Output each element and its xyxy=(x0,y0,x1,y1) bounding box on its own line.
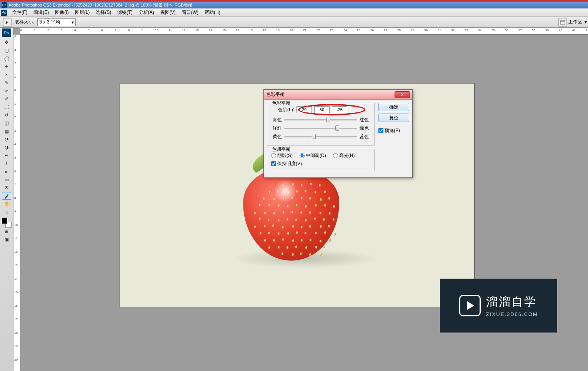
level-input-1[interactable] xyxy=(296,106,312,113)
notes-tool[interactable]: ✉ xyxy=(2,184,11,192)
level-input-2[interactable] xyxy=(314,106,330,113)
hand-tool[interactable]: ✋ xyxy=(2,200,11,208)
yellow-blue-slider[interactable] xyxy=(284,133,357,140)
horizontal-ruler: 0123456789101112131415161718192021222324… xyxy=(20,28,588,35)
menu-filter[interactable]: 滤镜(T) xyxy=(114,8,135,17)
toolbox-header-icon: Ps xyxy=(2,28,11,37)
yellow-label: 黄色 xyxy=(271,134,282,140)
tone-balance-group: 色调平衡 阴影(S) 中间调(D) 高光(H) 保持明度(V) xyxy=(267,149,375,171)
menu-file[interactable]: 文件(F) xyxy=(9,8,30,17)
crop-tool[interactable]: ✂ xyxy=(2,71,11,79)
workspace-dropdown[interactable]: 工作区 ▼ xyxy=(568,19,588,25)
current-tool-icon[interactable] xyxy=(3,18,12,27)
red-label: 红色 xyxy=(360,117,370,123)
sample-size-select[interactable]: 3 x 3 平均 ▾ xyxy=(37,18,76,26)
sample-size-label: 取样大小: xyxy=(15,19,34,25)
group-legend-2: 色调平衡 xyxy=(270,146,292,153)
eyedropper-tool[interactable]: ✎ xyxy=(2,79,11,87)
wand-tool[interactable]: ✦ xyxy=(2,63,11,70)
shape-tool[interactable]: ▭ xyxy=(2,176,11,184)
eyedropper-sample-tool[interactable] xyxy=(2,192,11,200)
stamp-tool[interactable]: ⛶ xyxy=(2,103,11,111)
zoom-tool[interactable]: ⌕ xyxy=(2,208,11,216)
window-title: Adobe Photoshop CS3 Extended - [5252423_… xyxy=(8,2,192,8)
options-bar: 取样大小: 3 x 3 平均 ▾ 工作区 ▼ xyxy=(0,17,588,28)
dialog-title: 色彩平衡 xyxy=(266,91,285,98)
dodge-tool[interactable]: ◑ xyxy=(2,144,11,151)
gradient-tool[interactable]: ▦ xyxy=(2,127,11,135)
menu-help[interactable]: 帮助(H) xyxy=(202,8,223,17)
menu-select[interactable]: 选择(S) xyxy=(93,8,114,17)
menu-analysis[interactable]: 分析(A) xyxy=(136,8,157,17)
svg-rect-1 xyxy=(560,20,565,22)
close-button[interactable]: × xyxy=(395,91,410,98)
toolbox: Ps ✥ ▢ ◯ ✦ ✂ ✎ ✑ ✐ ⛶ ↺ ◫ ▦ ◔ ◑ ✒ T ▸ ▭ ✉… xyxy=(0,28,13,371)
preserve-luminosity-checkbox[interactable]: 保持明度(V) xyxy=(271,160,302,167)
menu-view[interactable]: 视图(V) xyxy=(157,8,179,17)
dialog-titlebar[interactable]: 色彩平衡 × xyxy=(264,90,412,100)
magenta-label: 洋红 xyxy=(271,125,282,132)
menu-window[interactable]: 窗口(W) xyxy=(179,8,202,17)
sample-size-value: 3 x 3 平均 xyxy=(39,19,60,25)
menu-bar: Ps 文件(F) 编辑(E) 图像(I) 图层(L) 选择(S) 滤镜(T) 分… xyxy=(0,8,588,17)
menu-layer[interactable]: 图层(L) xyxy=(72,8,93,17)
watermark-subtitle: ZIXUE.3D66.COM xyxy=(486,311,538,317)
app-icon: Ps xyxy=(2,2,7,8)
history-brush-tool[interactable]: ↺ xyxy=(2,111,11,119)
healing-tool[interactable]: ✑ xyxy=(2,87,11,95)
svg-rect-0 xyxy=(560,21,565,24)
marquee-tool[interactable]: ▢ xyxy=(2,47,11,54)
watermark-title: 溜溜自学 xyxy=(486,294,538,310)
shadows-radio[interactable]: 阴影(S) xyxy=(271,152,293,159)
title-bar: Ps Adobe Photoshop CS3 Extended - [52524… xyxy=(0,2,588,8)
reset-button[interactable]: 复位 xyxy=(378,114,409,122)
brush-tool[interactable]: ✐ xyxy=(2,95,11,103)
highlights-radio[interactable]: 高光(H) xyxy=(333,152,355,159)
blue-label: 蓝色 xyxy=(360,134,370,140)
midtones-radio[interactable]: 中间调(D) xyxy=(300,152,326,159)
color-balance-dialog: 色彩平衡 × 色彩平衡 色阶(L): 青色 红色 xyxy=(263,89,413,178)
cyan-label: 青色 xyxy=(271,117,282,123)
group-legend-1: 色彩平衡 xyxy=(270,100,292,107)
ps-home-button[interactable]: Ps xyxy=(1,10,7,16)
canvas-area[interactable]: 色彩平衡 × 色彩平衡 色阶(L): 青色 红色 xyxy=(20,35,588,371)
color-balance-group: 色彩平衡 色阶(L): 青色 红色 洋红 xyxy=(267,103,375,146)
play-icon xyxy=(459,295,481,316)
move-tool[interactable]: ✥ xyxy=(2,38,11,46)
type-tool[interactable]: T xyxy=(2,160,11,167)
menu-image[interactable]: 图像(I) xyxy=(52,8,72,17)
foreground-color[interactable] xyxy=(2,218,8,224)
screenmode-toggle[interactable]: ▣ xyxy=(2,236,11,244)
magenta-green-slider[interactable] xyxy=(284,125,357,132)
pen-tool[interactable]: ✒ xyxy=(2,152,11,159)
preview-checkbox[interactable]: 预览(P) xyxy=(378,127,409,134)
level-input-3[interactable] xyxy=(332,106,347,113)
menu-edit[interactable]: 编辑(E) xyxy=(30,8,52,17)
chevron-down-icon: ▾ xyxy=(72,20,74,25)
levels-label: 色阶(L): xyxy=(271,107,294,113)
path-tool[interactable]: ▸ xyxy=(2,168,11,175)
cyan-red-slider[interactable] xyxy=(284,116,357,123)
vertical-ruler: 43210123456789101112131415161718192021 xyxy=(13,35,20,371)
green-label: 绿色 xyxy=(360,125,370,132)
quickmask-toggle[interactable]: ◙ xyxy=(2,228,11,236)
color-swatches[interactable] xyxy=(2,218,12,228)
watermark: 溜溜自学 ZIXUE.3D66.COM xyxy=(440,279,557,333)
eraser-tool[interactable]: ◫ xyxy=(2,119,11,127)
ok-button[interactable]: 确定 xyxy=(378,103,409,111)
workspace-icon[interactable] xyxy=(558,18,567,27)
blur-tool[interactable]: ◔ xyxy=(2,135,11,143)
lasso-tool[interactable]: ◯ xyxy=(2,55,11,62)
